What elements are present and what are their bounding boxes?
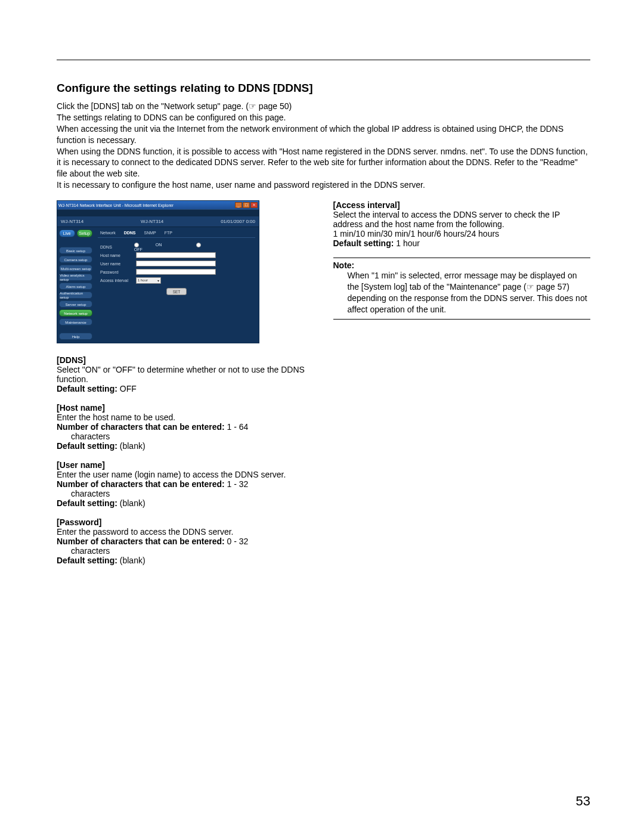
top-horizontal-rule bbox=[57, 60, 590, 60]
numchar-label: Number of characters that can be entered… bbox=[57, 537, 225, 546]
section-access-interval: [Access interval] Select the interval to… bbox=[333, 200, 591, 248]
intro-line: Click the [DDNS] tab on the "Network set… bbox=[57, 101, 590, 112]
radio-on-label: ON bbox=[156, 243, 162, 247]
radio-off-label: OFF bbox=[134, 247, 143, 252]
default-value: (blank) bbox=[117, 498, 145, 508]
live-button[interactable]: Live bbox=[59, 230, 75, 237]
numchar-label: Number of characters that can be entered… bbox=[57, 422, 225, 432]
host-name-input[interactable] bbox=[136, 252, 216, 258]
close-icon[interactable]: × bbox=[250, 202, 258, 208]
note-box: Note: When "1 min" is selected, error me… bbox=[333, 258, 591, 320]
default-value: (blank) bbox=[117, 556, 145, 565]
chevron-down-icon: ▾ bbox=[157, 278, 159, 283]
page-number: 53 bbox=[576, 793, 590, 809]
window-title: WJ-NT314 Network Interface Unit - Micros… bbox=[58, 203, 174, 207]
section-head: [Password] bbox=[57, 517, 314, 527]
numchar-unit: characters bbox=[57, 546, 314, 556]
numchar-unit: characters bbox=[57, 432, 314, 441]
tab-network[interactable]: Network bbox=[100, 231, 116, 235]
intro-line: The settings relating to DDNS can be con… bbox=[57, 112, 590, 123]
section-head: [User name] bbox=[57, 460, 314, 470]
sidebar-item-alarm[interactable]: Alarm setup bbox=[59, 283, 92, 290]
default-value: OFF bbox=[117, 384, 137, 393]
tab-ftp[interactable]: FTP bbox=[165, 231, 172, 235]
minimize-icon[interactable]: _ bbox=[235, 202, 242, 208]
default-label: Default setting: bbox=[333, 238, 394, 248]
section-heading: Configure the settings relating to DDNS … bbox=[57, 82, 590, 95]
sidebar-item-basic[interactable]: Basic setup bbox=[59, 247, 92, 254]
form-label-password: Password bbox=[100, 270, 136, 274]
screenshot: WJ-NT314 Network Interface Unit - Micros… bbox=[57, 200, 259, 342]
intro-line: It is necessary to configure the host na… bbox=[57, 179, 590, 191]
default-label: Default setting: bbox=[57, 498, 117, 508]
sidebar: Live Setup Basic setup Camera setup Mult… bbox=[57, 227, 94, 343]
set-button[interactable]: SET bbox=[166, 288, 187, 295]
section-body: Enter the user name (login name) to acce… bbox=[57, 470, 314, 479]
numchar-label: Number of characters that can be entered… bbox=[57, 479, 225, 489]
default-value: (blank) bbox=[117, 441, 145, 451]
sidebar-item-help[interactable]: Help bbox=[59, 333, 92, 340]
sidebar-item-maintenance[interactable]: Maintenance bbox=[59, 318, 92, 325]
right-column: [Access interval] Select the interval to… bbox=[333, 200, 591, 575]
radio-off[interactable] bbox=[196, 243, 201, 247]
default-value: 1 hour bbox=[394, 238, 420, 248]
section-password: [Password] Enter the password to access … bbox=[57, 517, 314, 565]
window-titlebar: WJ-NT314 Network Interface Unit - Micros… bbox=[57, 201, 259, 209]
section-hostname: [Host name] Enter the host name to be us… bbox=[57, 403, 314, 451]
intro-line: When using the DDNS function, it is poss… bbox=[57, 146, 590, 180]
sidebar-item-camera[interactable]: Camera setup bbox=[59, 256, 92, 263]
note-header: Note: bbox=[333, 261, 591, 270]
section-body: 1 min/10 min/30 min/1 hour/6 hours/24 ho… bbox=[333, 229, 591, 238]
sidebar-item-authentication[interactable]: Authentication setup bbox=[59, 292, 92, 299]
intro-block: Click the [DDNS] tab on the "Network set… bbox=[57, 101, 590, 191]
sidebar-item-server[interactable]: Server setup bbox=[59, 300, 92, 308]
access-interval-select[interactable]: 1 hour ▾ bbox=[136, 277, 161, 284]
form-label-interval: Access interval bbox=[100, 278, 136, 283]
tab-row: Network DDNS SNMP FTP bbox=[98, 230, 255, 238]
numchar-value: 1 - 64 bbox=[225, 422, 249, 432]
app-header: WJ-NT314 WJ-NT314 01/01/2007 0:00 bbox=[57, 216, 259, 227]
default-label: Default setting: bbox=[57, 441, 117, 451]
user-name-input[interactable] bbox=[136, 261, 216, 266]
section-head: [Host name] bbox=[57, 403, 314, 413]
numchar-value: 1 - 32 bbox=[225, 479, 249, 489]
form-label-host: Host name bbox=[100, 253, 136, 258]
maximize-icon[interactable]: □ bbox=[243, 202, 250, 208]
tab-snmp[interactable]: SNMP bbox=[144, 231, 156, 235]
main-panel: Network DDNS SNMP FTP DDNS ON bbox=[94, 227, 259, 343]
default-label: Default setting: bbox=[57, 384, 117, 393]
section-ddns: [DDNS] Select "ON" or "OFF" to determine… bbox=[57, 355, 314, 393]
section-head: [DDNS] bbox=[57, 355, 314, 365]
brand-right: WJ-NT314 bbox=[141, 219, 163, 224]
note-body: When "1 min" is selected, error message … bbox=[333, 270, 591, 315]
numchar-unit: characters bbox=[57, 489, 314, 498]
default-label: Default setting: bbox=[57, 556, 117, 565]
form-label-ddns: DDNS bbox=[100, 245, 134, 249]
header-datetime: 01/01/2007 0:00 bbox=[221, 219, 255, 224]
section-body: Select the interval to access the DDNS s… bbox=[333, 210, 591, 229]
password-input[interactable] bbox=[136, 269, 216, 275]
access-interval-value: 1 hour bbox=[138, 278, 148, 282]
sidebar-item-network[interactable]: Network setup bbox=[59, 309, 92, 317]
section-head: [Access interval] bbox=[333, 200, 591, 210]
numchar-value: 0 - 32 bbox=[225, 537, 249, 546]
intro-line: When accessing the unit via the Internet… bbox=[57, 123, 590, 146]
setup-button[interactable]: Setup bbox=[77, 230, 93, 237]
brand-left: WJ-NT314 bbox=[61, 219, 83, 224]
radio-on[interactable] bbox=[134, 243, 139, 247]
section-username: [User name] Enter the user name (login n… bbox=[57, 460, 314, 508]
browser-toolbar bbox=[57, 209, 259, 216]
tab-ddns[interactable]: DDNS bbox=[124, 231, 136, 235]
section-body: Select "ON" or "OFF" to determine whethe… bbox=[57, 365, 314, 384]
form-label-user: User name bbox=[100, 262, 136, 266]
left-column: WJ-NT314 Network Interface Unit - Micros… bbox=[57, 200, 314, 575]
sidebar-item-video-analytics[interactable]: Video analytics setup bbox=[59, 274, 92, 281]
section-body: Enter the password to access the DDNS se… bbox=[57, 527, 314, 537]
sidebar-item-multiscreen[interactable]: Multi-screen setup bbox=[59, 265, 92, 272]
section-body: Enter the host name to be used. bbox=[57, 413, 314, 422]
